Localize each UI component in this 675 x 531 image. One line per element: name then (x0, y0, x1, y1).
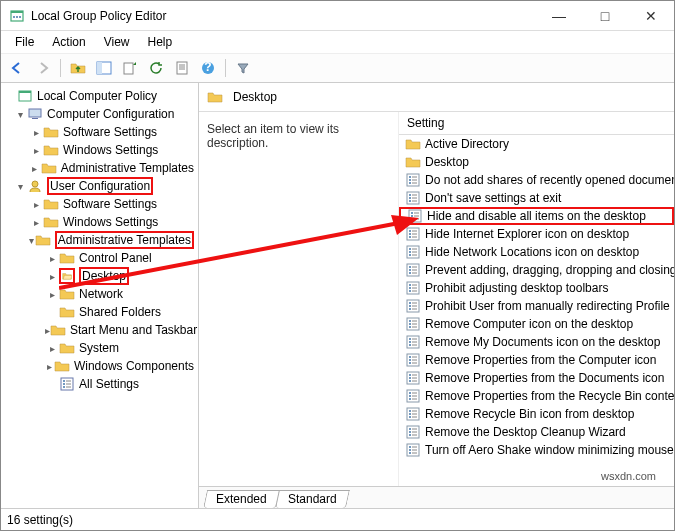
tree-uc-admin[interactable]: ▾ Administrative Templates (1, 231, 198, 249)
menu-view[interactable]: View (96, 33, 138, 51)
folder-open-icon (59, 268, 75, 284)
tree-label: System (79, 341, 119, 355)
tree-cc-software[interactable]: ▸ Software Settings (1, 123, 198, 141)
svg-point-90 (409, 338, 411, 340)
setting-label: Remove My Documents icon on the desktop (425, 335, 660, 349)
tree-uc-software[interactable]: ▸ Software Settings (1, 195, 198, 213)
svg-point-4 (19, 16, 21, 18)
forward-button[interactable] (31, 56, 55, 80)
expand-icon[interactable]: ▸ (45, 361, 54, 372)
setting-item[interactable]: Hide and disable all items on the deskto… (399, 207, 674, 225)
content-pane: Desktop Select an item to view its descr… (199, 83, 674, 508)
svg-point-69 (409, 284, 411, 286)
setting-item[interactable]: Prohibit adjusting desktop toolbars (399, 279, 674, 297)
refresh-button[interactable] (144, 56, 168, 80)
tree-root[interactable]: Local Computer Policy (1, 87, 198, 105)
tree-all-settings[interactable]: All Settings (1, 375, 198, 393)
policy-item-icon (405, 190, 421, 206)
svg-point-133 (409, 449, 411, 451)
tree-shared-folders[interactable]: Shared Folders (1, 303, 198, 321)
tree-label: Administrative Templates (55, 231, 194, 249)
column-header-setting[interactable]: Setting (399, 112, 674, 135)
setting-item[interactable]: Desktop (399, 153, 674, 171)
tree-cc-windows[interactable]: ▸ Windows Settings (1, 141, 198, 159)
svg-point-42 (411, 215, 413, 217)
setting-item[interactable]: Hide Network Locations icon on desktop (399, 243, 674, 261)
tree-pane[interactable]: Local Computer Policy ▾ Computer Configu… (1, 83, 199, 508)
expand-icon[interactable]: ▸ (29, 199, 43, 210)
expand-icon[interactable]: ▸ (29, 217, 43, 228)
tree-desktop[interactable]: ▸ Desktop (1, 267, 198, 285)
expand-icon[interactable]: ▸ (29, 127, 43, 138)
expand-icon[interactable]: ▸ (29, 145, 43, 156)
export-button[interactable] (118, 56, 142, 80)
tree-network[interactable]: ▸ Network (1, 285, 198, 303)
policy-item-icon (405, 388, 421, 404)
user-icon (27, 178, 43, 194)
setting-item[interactable]: Don't save settings at exit (399, 189, 674, 207)
policy-item-icon (405, 370, 421, 386)
setting-item[interactable]: Do not add shares of recently opened doc… (399, 171, 674, 189)
setting-item[interactable]: Hide Internet Explorer icon on desktop (399, 225, 674, 243)
filter-button[interactable] (231, 56, 255, 80)
setting-item[interactable]: Prevent adding, dragging, dropping and c… (399, 261, 674, 279)
help-button[interactable]: ? (196, 56, 220, 80)
expand-icon[interactable]: ▸ (45, 343, 59, 354)
tab-extended[interactable]: Extended (203, 490, 280, 508)
tree-control-panel[interactable]: ▸ Control Panel (1, 249, 198, 267)
expand-icon[interactable]: ▸ (29, 163, 41, 174)
setting-label: Hide Network Locations icon on desktop (425, 245, 639, 259)
setting-label: Do not add shares of recently opened doc… (425, 173, 674, 187)
close-button[interactable]: ✕ (628, 1, 674, 30)
svg-point-105 (409, 377, 411, 379)
policy-item-icon (405, 226, 421, 242)
up-button[interactable] (66, 56, 90, 80)
expand-icon[interactable]: ▸ (45, 253, 59, 264)
setting-item[interactable]: Remove Properties from the Recycle Bin c… (399, 387, 674, 405)
svg-point-64 (409, 272, 411, 274)
collapse-icon[interactable]: ▾ (13, 181, 27, 192)
setting-item[interactable]: Remove Recycle Bin icon from desktop (399, 405, 674, 423)
setting-label: Remove Properties from the Documents ico… (425, 371, 664, 385)
setting-item[interactable]: Turn off Aero Shake window minimizing mo… (399, 441, 674, 459)
settings-list[interactable]: Setting Active DirectoryDesktopDo not ad… (399, 112, 674, 486)
tree-cc-admin[interactable]: ▸ Administrative Templates (1, 159, 198, 177)
svg-point-55 (409, 248, 411, 250)
tab-standard[interactable]: Standard (275, 490, 350, 508)
menu-file[interactable]: File (7, 33, 42, 51)
svg-point-57 (409, 254, 411, 256)
show-hide-tree-button[interactable] (92, 56, 116, 80)
back-button[interactable] (5, 56, 29, 80)
setting-item[interactable]: Active Directory (399, 135, 674, 153)
svg-point-35 (409, 197, 411, 199)
minimize-button[interactable]: — (536, 1, 582, 30)
setting-item[interactable]: Prohibit User from manually redirecting … (399, 297, 674, 315)
svg-point-134 (409, 452, 411, 454)
collapse-icon[interactable]: ▾ (13, 109, 27, 120)
svg-point-34 (409, 194, 411, 196)
setting-item[interactable]: Remove Properties from the Computer icon (399, 351, 674, 369)
toolbar-divider (225, 59, 226, 77)
expand-icon[interactable]: ▸ (45, 271, 59, 282)
setting-item[interactable]: Remove Properties from the Documents ico… (399, 369, 674, 387)
folder-icon (59, 250, 75, 266)
menu-help[interactable]: Help (140, 33, 181, 51)
tree-user-config[interactable]: ▾ User Configuration (1, 177, 198, 195)
maximize-button[interactable]: □ (582, 1, 628, 30)
setting-item[interactable]: Remove My Documents icon on the desktop (399, 333, 674, 351)
tree-uc-windows[interactable]: ▸ Windows Settings (1, 213, 198, 231)
tree-computer-config[interactable]: ▾ Computer Configuration (1, 105, 198, 123)
expand-icon[interactable]: ▸ (45, 289, 59, 300)
folder-icon (207, 89, 223, 105)
setting-item[interactable]: Remove the Desktop Cleanup Wizard (399, 423, 674, 441)
description-hint: Select an item to view its description. (207, 122, 339, 150)
policy-item-icon (405, 406, 421, 422)
tree-system[interactable]: ▸ System (1, 339, 198, 357)
setting-item[interactable]: Remove Computer icon on the desktop (399, 315, 674, 333)
properties-button[interactable] (170, 56, 194, 80)
tree-start-menu[interactable]: ▸ Start Menu and Taskbar (1, 321, 198, 339)
setting-label: Prohibit User from manually redirecting … (425, 299, 670, 313)
tree-windows-components[interactable]: ▸ Windows Components (1, 357, 198, 375)
menu-action[interactable]: Action (44, 33, 93, 51)
folder-icon (50, 322, 66, 338)
